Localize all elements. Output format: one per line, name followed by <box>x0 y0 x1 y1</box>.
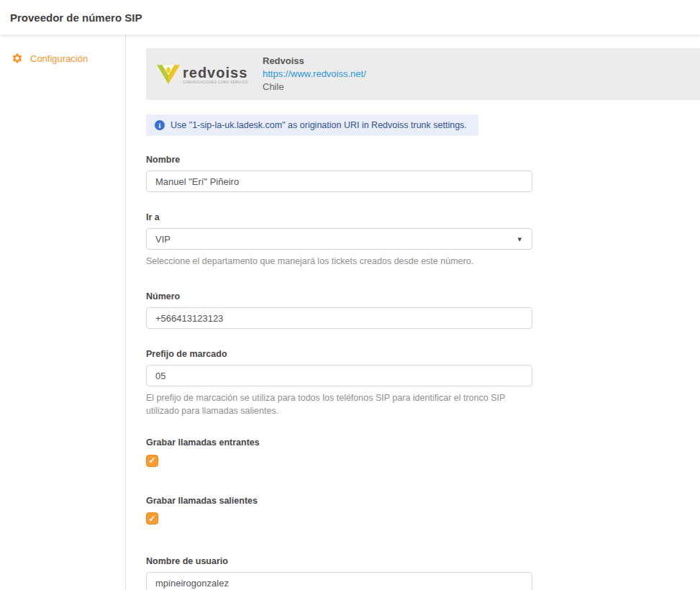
provider-country: Chile <box>263 81 366 94</box>
redvoiss-logo-text: redvoiss COMUNICACIONES COMO SERVICIO <box>183 65 248 84</box>
ir-a-label: Ir a <box>146 212 532 222</box>
info-alert: i Use "1-sip-la-uk.ladesk.com" as origin… <box>146 114 478 136</box>
field-grabar-salientes: Grabar llamadas salientes ✓ <box>146 496 532 525</box>
nombre-usuario-label: Nombre de usuario <box>146 556 532 566</box>
nombre-usuario-input[interactable] <box>146 572 532 590</box>
grabar-salientes-checkbox[interactable]: ✓ <box>146 512 158 525</box>
provider-info: Redvoiss https://www.redvoiss.net/ Chile <box>263 55 366 94</box>
checkmark-icon: ✓ <box>148 456 155 465</box>
info-alert-text: Use "1-sip-la-uk.ladesk.com" as originat… <box>171 120 467 130</box>
sidebar-item-configuracion[interactable]: Configuración <box>0 53 125 64</box>
field-numero: Número <box>146 291 532 329</box>
ir-a-select[interactable]: VIP ▾ <box>146 228 532 250</box>
main-content: redvoiss COMUNICACIONES COMO SERVICIO Re… <box>126 35 700 590</box>
redvoiss-logo: redvoiss COMUNICACIONES COMO SERVICIO <box>157 65 253 84</box>
provider-header: redvoiss COMUNICACIONES COMO SERVICIO Re… <box>146 48 700 100</box>
gear-icon <box>12 53 23 64</box>
redvoiss-wordmark: redvoiss <box>183 65 248 81</box>
chevron-down-icon: ▾ <box>517 235 522 243</box>
prefijo-input[interactable] <box>146 365 532 386</box>
sidebar-item-label: Configuración <box>30 53 88 64</box>
ir-a-selected-value: VIP <box>155 234 171 245</box>
field-nombre-usuario: Nombre de usuario <box>146 556 532 590</box>
page-title: Proveedor de número SIP <box>10 12 142 24</box>
redvoiss-logo-mark <box>157 65 180 84</box>
nombre-input[interactable] <box>146 171 532 192</box>
prefijo-label: Prefijo de marcado <box>146 349 532 359</box>
field-prefijo: Prefijo de marcado El prefijo de marcaci… <box>146 349 532 417</box>
numero-label: Número <box>146 291 532 301</box>
prefijo-help-text: El prefijo de marcación se utiliza para … <box>146 391 532 417</box>
sidebar: Configuración <box>0 35 126 590</box>
provider-name: Redvoiss <box>263 55 366 68</box>
grabar-salientes-label: Grabar llamadas salientes <box>146 496 532 506</box>
info-icon: i <box>155 120 165 130</box>
grabar-entrantes-checkbox[interactable]: ✓ <box>146 455 158 467</box>
field-ir-a: Ir a VIP ▾ Seleccione el departamento qu… <box>146 212 532 268</box>
ir-a-help-text: Seleccione el departamento que manejará … <box>146 255 532 268</box>
page-header: Proveedor de número SIP <box>0 0 700 35</box>
grabar-entrantes-label: Grabar llamadas entrantes <box>146 437 532 448</box>
checkmark-icon: ✓ <box>148 514 155 523</box>
field-grabar-entrantes: Grabar llamadas entrantes ✓ <box>146 437 532 467</box>
body-row: Configuración redvoiss COMUNICACIONES CO… <box>0 35 700 590</box>
redvoiss-tagline: COMUNICACIONES COMO SERVICIO <box>183 81 248 84</box>
numero-input[interactable] <box>146 307 532 329</box>
field-nombre: Nombre <box>146 155 532 192</box>
provider-url-link[interactable]: https://www.redvoiss.net/ <box>263 68 366 81</box>
nombre-label: Nombre <box>146 155 532 165</box>
app-window: Proveedor de número SIP Configuración <box>0 0 700 590</box>
